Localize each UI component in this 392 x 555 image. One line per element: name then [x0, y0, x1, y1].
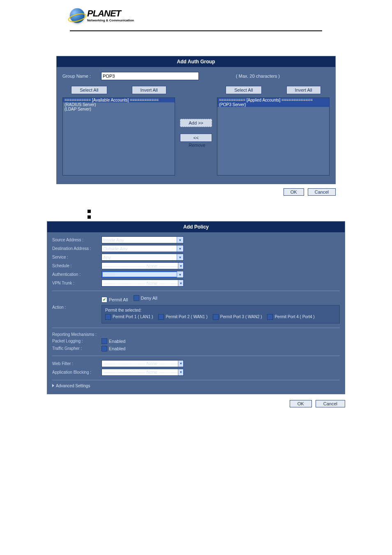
checkbox-icon [134, 295, 139, 301]
policy-ok-button[interactable]: OK [290, 400, 312, 407]
group-name-hint: ( Max. 20 characters ) [236, 74, 280, 79]
application-blocking-select[interactable]: ---------------------------- None ------… [101, 369, 184, 376]
group-name-input[interactable] [101, 72, 199, 80]
traffic-grapher-label: Traffic Grapher : [52, 346, 101, 351]
checkbox-checked-icon: ✔ [101, 297, 107, 303]
source-address-select[interactable]: Inside Any ▾ [101, 236, 184, 243]
deny-all-checkbox[interactable]: Deny All [134, 295, 157, 301]
divider [52, 356, 340, 356]
authentication-select[interactable]: POP3 ▾ [101, 271, 184, 278]
add-button[interactable]: Add >> [180, 119, 212, 127]
chevron-down-icon: ▾ [177, 237, 183, 243]
policy-cancel-button[interactable]: Cancel [316, 400, 345, 407]
applied-select-all-button[interactable]: Select All [226, 86, 261, 94]
authentication-label: Authentication : [52, 272, 101, 277]
auth-group-cancel-button[interactable]: Cancel [308, 188, 336, 196]
schedule-label: Schedule : [52, 264, 101, 268]
vpn-trunk-select[interactable]: ---------------------------- None ------… [101, 280, 184, 287]
schedule-select[interactable]: ---------------------------- None ------… [101, 262, 184, 269]
permit-selected-label: Permit the selected: [105, 308, 336, 312]
list-item[interactable]: (LDAP Server) [63, 107, 175, 111]
bullet-list [56, 210, 336, 219]
bullet-icon [88, 215, 91, 219]
list-header: =========== [Applied Accounts] =========… [217, 98, 329, 102]
chevron-down-icon: ▾ [177, 271, 183, 278]
available-accounts-list[interactable]: =========== [Available Accounts] =======… [62, 97, 175, 176]
checkbox-icon [213, 314, 219, 320]
available-invert-all-button[interactable]: Invert All [132, 86, 166, 94]
globe-icon [70, 8, 85, 23]
applied-invert-all-button[interactable]: Invert All [286, 86, 321, 94]
checkbox-icon [105, 314, 111, 320]
destination-address-select[interactable]: Outside Any ▾ [101, 245, 184, 252]
web-filter-select[interactable]: ---------------------------- None ------… [101, 360, 184, 367]
checkbox-icon [158, 314, 164, 320]
applied-accounts-list[interactable]: =========== [Applied Accounts] =========… [217, 97, 330, 176]
list-item[interactable]: (POP3 Server) [217, 102, 329, 107]
checkbox-icon [101, 338, 107, 344]
chevron-down-icon: ▾ [177, 245, 183, 252]
permit-port-2-checkbox[interactable]: Permit Port 2 ( WAN1 ) [158, 314, 208, 320]
web-filter-label: Web Filter : [52, 361, 101, 366]
checkbox-icon [101, 346, 107, 352]
panel-title-auth-group: Add Auth Group [57, 56, 335, 67]
auth-group-ok-button[interactable]: OK [284, 188, 304, 196]
service-select[interactable]: Any ▾ [101, 254, 184, 261]
source-address-label: Source Address : [52, 238, 101, 242]
application-blocking-label: Application Blocking : [52, 370, 101, 375]
divider [52, 328, 340, 328]
logo-title: PLANET [87, 9, 134, 18]
remove-button[interactable]: << Remove [180, 134, 212, 142]
traffic-grapher-checkbox[interactable]: Enabled [101, 346, 125, 352]
permit-port-4-checkbox[interactable]: Permit Port 4 ( Port4 ) [267, 314, 314, 320]
checkbox-icon [267, 314, 273, 320]
permit-all-checkbox[interactable]: ✔ Permit All [101, 297, 128, 303]
list-header: =========== [Available Accounts] =======… [63, 98, 175, 102]
available-select-all-button[interactable]: Select All [71, 86, 107, 94]
advanced-settings-toggle[interactable]: Advanced Settings [52, 384, 340, 388]
header-divider [70, 30, 322, 31]
add-auth-group-panel: Add Auth Group Group Name : ( Max. 20 ch… [56, 56, 336, 184]
brand-logo: PLANET Networking & Communication [70, 8, 392, 23]
action-label: Action : [52, 295, 101, 310]
logo-subtitle: Networking & Communication [87, 19, 134, 22]
chevron-down-icon: ▾ [178, 361, 183, 367]
divider [52, 291, 340, 291]
permit-port-3-checkbox[interactable]: Permit Port 3 ( WAN2 ) [213, 314, 262, 320]
header-logo-area: PLANET Networking & Communication [0, 0, 392, 27]
chevron-down-icon: ▾ [178, 263, 183, 269]
chevron-down-icon: ▾ [177, 254, 183, 260]
reporting-mechanisms-label: Reporting Mechanisms : [52, 332, 110, 337]
panel-title-add-policy: Add Policy [47, 222, 345, 232]
group-name-label: Group Name : [62, 74, 97, 79]
list-item[interactable]: (RADIUS Server) [63, 102, 175, 107]
chevron-down-icon: ▾ [178, 369, 183, 375]
vpn-trunk-label: VPN Trunk : [52, 281, 101, 285]
chevron-down-icon: ▾ [178, 280, 183, 286]
bullet-icon [88, 210, 91, 213]
packet-logging-label: Packet Logging : [52, 339, 101, 343]
destination-address-label: Destination Address : [52, 246, 101, 251]
permit-port-1-checkbox[interactable]: Permit Port 1 ( LAN1 ) [105, 314, 153, 320]
triangle-right-icon [52, 384, 54, 387]
packet-logging-checkbox[interactable]: Enabled [101, 338, 125, 344]
service-label: Service : [52, 255, 101, 259]
permit-selected-box: Permit the selected: Permit Port 1 ( LAN… [101, 305, 340, 324]
divider [52, 380, 340, 380]
add-policy-panel: Add Policy Source Address : Inside Any ▾… [47, 221, 345, 394]
